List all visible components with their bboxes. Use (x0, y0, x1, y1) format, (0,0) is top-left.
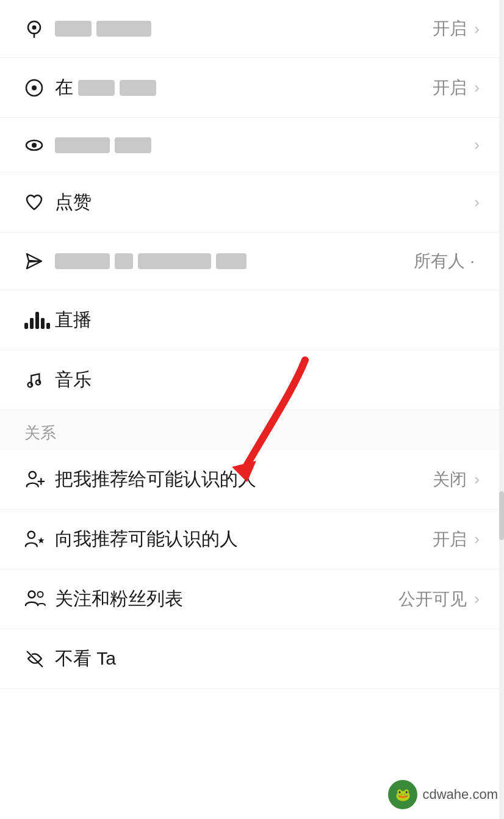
item-label-live: 直播 (55, 308, 480, 333)
settings-item-online-status[interactable]: 在 开启 › (0, 58, 504, 118)
chevron-icon-watch-history: › (474, 135, 480, 154)
item-label-recommend-me: 把我推荐给可能认识的人 (55, 467, 433, 492)
scrollbar-thumb[interactable] (499, 491, 504, 540)
watermark-logo-text: 🐸 (395, 787, 411, 802)
svg-point-8 (36, 380, 41, 385)
item-label-watch-history (55, 137, 472, 153)
settings-list: 开启 › 在 开启 › › (0, 0, 504, 689)
item-label-recommend-others: 向我推荐可能认识的人 (55, 527, 433, 552)
chevron-icon-recommend-others: › (474, 530, 480, 549)
item-label-location (55, 21, 433, 37)
send-icon (24, 251, 55, 271)
item-label-share (55, 253, 414, 269)
svg-point-4 (32, 85, 37, 90)
heart-icon (24, 193, 55, 212)
svg-point-1 (32, 26, 37, 30)
eye-icon (24, 135, 55, 155)
settings-item-not-see[interactable]: 不看 Ta (0, 629, 504, 689)
item-value-share: 所有人 · (414, 250, 475, 273)
settings-item-share[interactable]: 所有人 · (0, 233, 504, 290)
settings-item-likes[interactable]: 点赞 › (0, 173, 504, 233)
scrollbar[interactable] (499, 0, 504, 819)
chevron-icon-follow-fans: › (474, 590, 480, 608)
item-label-online-status: 在 (55, 75, 433, 100)
settings-item-recommend-others[interactable]: 向我推荐可能认识的人 开启 › (0, 510, 504, 569)
item-label-likes: 点赞 (55, 190, 472, 215)
chevron-icon-recommend-me: › (474, 470, 480, 489)
settings-item-watch-history[interactable]: › (0, 118, 504, 173)
settings-item-recommend-me[interactable]: 把我推荐给可能认识的人 关闭 › (0, 450, 504, 510)
item-value-online-status: 开启 (433, 76, 467, 99)
settings-item-location[interactable]: 开启 › (0, 0, 504, 58)
chevron-icon-location: › (474, 20, 480, 38)
settings-item-follow-fans[interactable]: 关注和粉丝列表 公开可见 › (0, 569, 504, 629)
chevron-icon-online-status: › (474, 78, 480, 97)
settings-item-music[interactable]: 音乐 (0, 350, 504, 410)
svg-point-9 (29, 471, 36, 478)
svg-point-12 (28, 531, 35, 538)
music-icon (24, 371, 55, 389)
live-icon (24, 312, 55, 329)
svg-point-6 (32, 143, 37, 148)
watermark-logo: 🐸 (388, 780, 417, 809)
person-star-icon (24, 529, 55, 550)
location-icon (24, 19, 55, 38)
svg-point-13 (29, 591, 35, 597)
item-value-follow-fans: 公开可见 (398, 588, 467, 611)
item-label-not-see: 不看 Ta (55, 646, 480, 671)
item-value-recommend-me: 关闭 (433, 468, 467, 491)
item-label-follow-fans: 关注和粉丝列表 (55, 586, 398, 612)
people-icon (24, 588, 55, 610)
svg-point-7 (28, 382, 33, 387)
person-add-icon (24, 469, 55, 490)
item-label-music: 音乐 (55, 367, 480, 392)
item-value-recommend-others: 开启 (433, 528, 467, 551)
svg-point-14 (38, 591, 43, 597)
eye-off-icon (24, 649, 55, 669)
section-label-relationship: 关系 (24, 422, 56, 444)
item-value-location: 开启 (433, 17, 467, 40)
watermark: 🐸 cdwahe.com (388, 780, 498, 809)
chevron-icon-likes: › (474, 193, 480, 212)
settings-item-live[interactable]: 直播 (0, 290, 504, 350)
section-header-relationship: 关系 (0, 410, 504, 450)
circle-dot-icon (24, 78, 55, 98)
watermark-text: cdwahe.com (422, 787, 498, 803)
